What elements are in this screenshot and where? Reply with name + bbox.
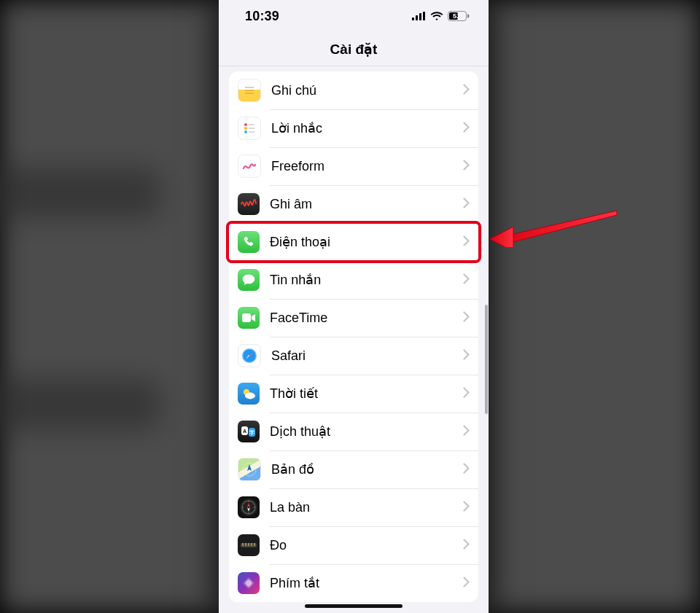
chevron-right-icon [463, 539, 470, 553]
svg-rect-3 [423, 12, 425, 20]
shortcuts-icon [238, 572, 260, 594]
svg-text:字: 字 [249, 429, 254, 436]
settings-row-label: Điện thoại [270, 234, 463, 250]
settings-row-safari[interactable]: Safari [229, 337, 478, 375]
settings-row-label: Tin nhắn [270, 272, 463, 288]
scrollbar-indicator [485, 305, 488, 414]
settings-row-shortcuts[interactable]: Phím tắt [229, 564, 478, 602]
chevron-right-icon [463, 122, 470, 136]
svg-point-12 [244, 127, 247, 130]
svg-point-29 [242, 501, 255, 514]
wifi-icon [430, 12, 443, 21]
settings-row-label: La bàn [270, 500, 463, 515]
settings-row-freeform[interactable]: Freeform [229, 147, 478, 185]
chevron-right-icon [463, 235, 470, 249]
voice-memos-icon [238, 193, 260, 215]
svg-rect-1 [416, 15, 418, 20]
settings-row-label: Freeform [271, 159, 463, 174]
maps-icon [238, 458, 261, 481]
settings-row-phone[interactable]: Điện thoại [229, 223, 478, 261]
facetime-icon [238, 307, 260, 329]
svg-point-13 [244, 130, 247, 133]
svg-rect-6 [467, 15, 469, 18]
settings-group: Ghi chúLời nhắcFreeformGhi âmĐiện thoạiT… [229, 71, 478, 602]
reminders-icon [238, 117, 261, 140]
battery-icon: 52 [448, 11, 470, 21]
settings-row-label: Ghi âm [270, 197, 463, 212]
settings-row-measure[interactable]: Đo [229, 526, 478, 564]
chevron-right-icon [463, 387, 470, 401]
chevron-right-icon [463, 198, 470, 211]
freeform-icon [238, 155, 261, 178]
settings-row-label: Lời nhắc [271, 120, 463, 136]
settings-row-label: Ghi chú [271, 83, 463, 98]
settings-row-notes[interactable]: Ghi chú [229, 71, 478, 109]
settings-row-label: FaceTime [270, 311, 463, 326]
chevron-right-icon [463, 501, 470, 515]
weather-icon [238, 383, 260, 405]
chevron-right-icon [463, 311, 470, 325]
chevron-right-icon [463, 160, 470, 173]
safari-icon [238, 344, 261, 367]
chevron-right-icon [463, 84, 470, 98]
settings-row-weather[interactable]: Thời tiết [229, 375, 478, 413]
svg-rect-17 [242, 313, 251, 322]
messages-icon [238, 269, 260, 291]
status-bar: 10:39 52 [219, 0, 489, 32]
settings-row-label: Phím tắt [270, 575, 463, 591]
svg-point-11 [244, 123, 247, 126]
phone-frame: 10:39 52 Cài đặt Ghi chú [219, 0, 489, 613]
phone-icon [238, 231, 260, 253]
settings-row-messages[interactable]: Tin nhắn [229, 261, 478, 299]
chevron-right-icon [463, 273, 470, 287]
settings-row-reminders[interactable]: Lời nhắc [229, 109, 478, 147]
settings-row-voice[interactable]: Ghi âm [229, 185, 478, 223]
settings-row-label: Dịch thuật [270, 423, 463, 440]
settings-row-label: Thời tiết [270, 386, 463, 402]
chevron-right-icon [463, 349, 470, 363]
chevron-right-icon [463, 425, 470, 439]
settings-row-compass[interactable]: La bàn [229, 488, 478, 526]
translate-icon: A字 [238, 421, 260, 442]
settings-scroll-area[interactable]: Ghi chúLời nhắcFreeformGhi âmĐiện thoạiT… [219, 66, 489, 613]
compass-icon [238, 496, 260, 518]
measure-icon [238, 534, 260, 556]
status-indicators: 52 [412, 11, 470, 21]
svg-rect-2 [419, 13, 421, 20]
settings-row-label: Đo [270, 538, 463, 553]
settings-row-label: Safari [271, 348, 463, 364]
svg-text:52: 52 [453, 12, 461, 20]
status-time: 10:39 [245, 9, 279, 24]
notes-icon [238, 79, 261, 102]
chevron-right-icon [463, 463, 470, 477]
svg-text:A: A [243, 429, 246, 434]
settings-row-maps[interactable]: Bản đồ [229, 450, 478, 488]
svg-point-23 [245, 393, 255, 399]
svg-marker-34 [247, 503, 250, 507]
page-title: Cài đặt [219, 32, 489, 66]
home-indicator[interactable] [305, 604, 402, 608]
chevron-right-icon [463, 577, 470, 590]
svg-rect-0 [412, 17, 414, 20]
svg-marker-35 [247, 507, 250, 512]
settings-row-translate[interactable]: A字Dịch thuật [229, 413, 478, 450]
settings-row-facetime[interactable]: FaceTime [229, 299, 478, 337]
settings-row-label: Bản đồ [271, 461, 463, 477]
cellular-icon [412, 12, 426, 20]
